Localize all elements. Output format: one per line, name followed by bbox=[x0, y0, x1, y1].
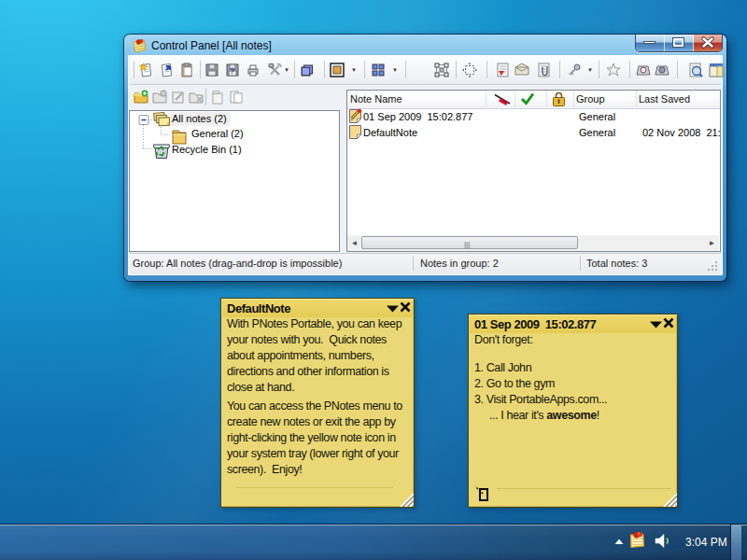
svg-text:?: ? bbox=[230, 66, 234, 76]
